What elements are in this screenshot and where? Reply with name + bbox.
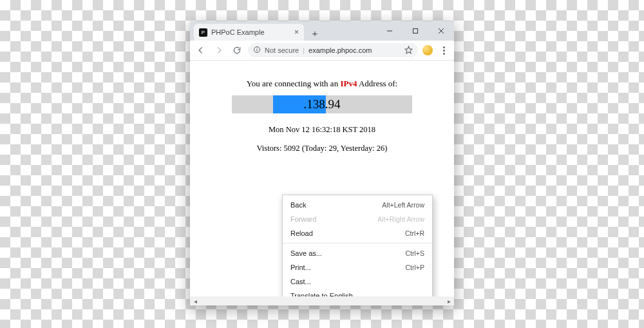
url-text: example.phpoc.com xyxy=(308,46,372,54)
browser-menu-button[interactable] xyxy=(436,46,451,55)
context-menu-separator xyxy=(283,243,432,244)
window-minimize-button[interactable] xyxy=(377,21,402,41)
context-menu-item-label: Save as... xyxy=(290,249,406,257)
context-menu-item[interactable]: BackAlt+Left Arrow xyxy=(283,198,432,212)
horizontal-scrollbar[interactable]: ◂ ▸ xyxy=(190,296,454,305)
context-menu-item-label: Back xyxy=(290,201,382,209)
omnibox-divider: | xyxy=(303,46,305,54)
context-menu-item-shortcut: Ctrl+S xyxy=(406,249,424,257)
ip-bar: .138.94 xyxy=(232,95,412,113)
favicon-icon: P xyxy=(199,28,207,37)
context-menu-item-shortcut: Ctrl+P xyxy=(406,264,424,271)
context-menu-item[interactable]: Print...Ctrl+P xyxy=(283,260,432,275)
tab-title: PHPoC Example xyxy=(211,28,290,36)
context-menu-item-label: Print... xyxy=(290,264,406,271)
ip-visible-text: .138.94 xyxy=(304,97,341,111)
conn-proto: IPv4 xyxy=(340,79,357,88)
tab-close-button[interactable]: × xyxy=(294,28,299,36)
context-menu-item-shortcut: Alt+Left Arrow xyxy=(382,201,424,209)
page-content[interactable]: You are connecting with an IPv4 Address … xyxy=(190,61,454,296)
nav-reload-button[interactable] xyxy=(229,42,245,59)
tab-active[interactable]: P PHPoC Example × xyxy=(194,24,304,41)
svg-point-6 xyxy=(257,48,258,48)
context-menu-item: ForwardAlt+Right Arrow xyxy=(283,212,432,226)
context-menu-item-shortcut: Ctrl+R xyxy=(405,229,424,237)
window-controls xyxy=(377,21,454,41)
scroll-right-icon[interactable]: ▸ xyxy=(445,298,453,305)
info-icon xyxy=(253,46,261,55)
context-menu: BackAlt+Left ArrowForwardAlt+Right Arrow… xyxy=(282,195,433,296)
scroll-left-icon[interactable]: ◂ xyxy=(191,298,199,305)
tab-strip: P PHPoC Example × + xyxy=(190,21,454,41)
timestamp-line: Mon Nov 12 16:32:18 KST 2018 xyxy=(190,125,454,135)
nav-forward-button[interactable] xyxy=(211,42,227,59)
context-menu-item[interactable]: ReloadCtrl+R xyxy=(283,226,432,240)
context-menu-item-label: Translate to English xyxy=(290,292,424,296)
visitors-line: Vistors: 5092 (Today: 29, Yesterday: 26) xyxy=(190,144,454,153)
window-maximize-button[interactable] xyxy=(402,21,428,41)
bookmark-star-icon[interactable] xyxy=(404,46,413,55)
conn-suffix: Address of: xyxy=(357,79,397,88)
address-bar-row: Not secure | example.phpoc.com xyxy=(190,41,454,61)
browser-window: P PHPoC Example × + xyxy=(190,21,454,305)
context-menu-item[interactable]: Cast... xyxy=(283,275,432,289)
context-menu-item-label: Reload xyxy=(290,229,405,237)
window-close-button[interactable] xyxy=(428,21,454,41)
svg-rect-1 xyxy=(413,29,418,34)
conn-prefix: You are connecting with an xyxy=(247,79,341,88)
omnibox[interactable]: Not secure | example.phpoc.com xyxy=(248,43,418,57)
context-menu-item[interactable]: Save as...Ctrl+S xyxy=(283,246,432,260)
nav-back-button[interactable] xyxy=(193,42,209,59)
new-tab-button[interactable]: + xyxy=(307,25,323,41)
context-menu-item-shortcut: Alt+Right Arrow xyxy=(377,215,424,223)
context-menu-item[interactable]: Translate to English xyxy=(283,289,432,296)
context-menu-item-label: Forward xyxy=(290,215,377,223)
connection-line: You are connecting with an IPv4 Address … xyxy=(190,79,454,89)
context-menu-item-label: Cast... xyxy=(290,278,424,285)
security-label: Not secure xyxy=(265,46,299,54)
svg-marker-7 xyxy=(405,46,412,53)
page-inner: You are connecting with an IPv4 Address … xyxy=(190,61,454,153)
extension-icon[interactable] xyxy=(421,43,435,57)
